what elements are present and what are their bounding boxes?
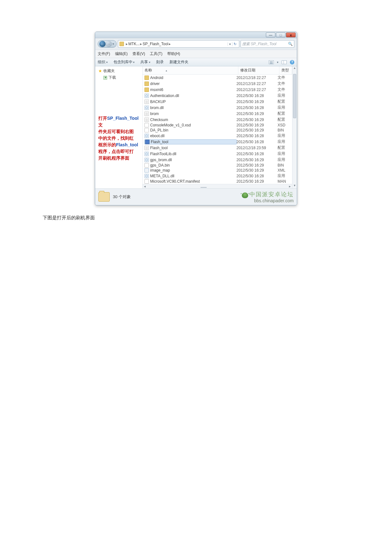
file-icon (144, 163, 149, 167)
file-type: 应用 (278, 105, 290, 110)
file-type: 文件 (278, 75, 290, 80)
file-name: Flash_tool (150, 146, 168, 150)
file-row[interactable]: Checksum2012/5/30 16:29配置 (143, 117, 292, 123)
scroll-down-arrow[interactable]: ▼ (292, 184, 297, 188)
file-row[interactable]: DA_PL.bin2012/5/30 16:29BIN (143, 128, 292, 133)
file-name: gps_brom.dll (150, 158, 172, 162)
downloads-item[interactable]: 下载 (103, 75, 142, 80)
star-icon: ★ (98, 69, 102, 73)
file-date: 2012/5/30 16:28 (236, 152, 278, 156)
file-row[interactable]: brom2012/5/30 16:29配置 (143, 111, 292, 117)
downloads-label: 下载 (108, 75, 116, 80)
h-scroll-thumb[interactable] (200, 187, 207, 188)
file-row[interactable]: Flash_tool2012/5/30 16:28应用 (143, 139, 292, 145)
file-name: META_DLL.dll (150, 174, 174, 178)
col-name[interactable]: 名称 ▴ (143, 66, 238, 74)
file-date: 2012/5/30 16:28 (236, 174, 278, 178)
file-row[interactable]: brom.dll2012/5/30 16:28应用 (143, 105, 292, 111)
menu-bar: 文件(F) 编辑(E) 查看(V) 工具(T) 帮助(H) (95, 50, 297, 58)
file-icon (144, 168, 149, 173)
search-input[interactable]: 搜索 SP_Flash_Tool 🔍 (241, 40, 294, 48)
view-mode-dropdown[interactable]: ▾ (277, 61, 279, 64)
file-row[interactable]: META_DLL.dll2012/5/30 16:28应用 (143, 173, 292, 179)
v-scroll-thumb[interactable] (293, 74, 296, 118)
close-button[interactable]: x (286, 33, 296, 37)
status-bar: 30 个对象 中国派安卓论坛 bbs.chinapader.com (95, 188, 297, 205)
file-type: XSD (278, 123, 290, 127)
file-icon (144, 106, 149, 110)
file-icon (144, 112, 149, 116)
file-row[interactable]: Authentication.dll2012/5/30 16:28应用 (143, 93, 292, 99)
menu-help[interactable]: 帮助(H) (167, 52, 180, 56)
col-type[interactable]: 类型 (279, 66, 292, 74)
file-date: 2012/5/30 16:28 (236, 140, 278, 144)
v-scroll-track[interactable] (292, 71, 297, 184)
preview-pane-button[interactable] (282, 60, 287, 64)
nav-buttons: ← → ▾ (98, 40, 117, 48)
breadcrumb-sep: ▸ (140, 42, 142, 46)
file-row[interactable]: ConsoleMode_v1_0.xsd2012/5/30 16:29XSD (143, 123, 292, 128)
address-dropdown[interactable]: ▾ (228, 42, 232, 46)
file-date: 2012/5/30 16:28 (236, 134, 278, 138)
file-name: Flash_tool (151, 140, 168, 144)
back-button[interactable]: ← (99, 41, 106, 47)
help-icon[interactable]: ? (290, 60, 294, 64)
maximize-button[interactable]: □ (276, 33, 285, 37)
file-icon (144, 94, 149, 98)
file-date: 2012/5/30 16:29 (236, 163, 278, 167)
forward-button[interactable]: → (106, 41, 112, 47)
file-date: 2012/5/30 16:29 (236, 128, 278, 132)
breadcrumb-seg-2[interactable]: SP_Flash_Tool (143, 42, 168, 46)
menu-edit[interactable]: 编辑(E) (115, 52, 128, 56)
file-row[interactable]: Android2012/12/18 22:27文件 (143, 75, 292, 81)
file-icon (145, 140, 150, 144)
file-date: 2012/12/18 23:59 (236, 146, 278, 150)
search-icon[interactable]: 🔍 (288, 42, 293, 46)
file-row[interactable]: eboot.dll2012/5/30 16:28应用 (143, 133, 292, 139)
include-in-library-button[interactable]: 包含到库中 (113, 59, 135, 65)
scroll-right-arrow[interactable]: ► (288, 185, 292, 188)
file-icon (144, 152, 149, 156)
file-name: Microsoft.VC90.CRT.manifest (150, 179, 200, 184)
menu-view[interactable]: 查看(V) (132, 52, 145, 56)
burn-button[interactable]: 刻录 (156, 59, 164, 65)
h-scrollbar[interactable]: ◄ ► (143, 184, 292, 188)
file-rows: Android2012/12/18 22:27文件driver2012/12/1… (143, 75, 292, 184)
file-icon (144, 128, 149, 132)
file-row[interactable]: image_map2012/5/30 16:29XML (143, 168, 292, 173)
scroll-up-arrow[interactable]: ▲ (292, 66, 297, 71)
organize-button[interactable]: 组织 (98, 59, 108, 65)
file-row[interactable]: Microsoft.VC90.CRT.manifest2012/5/30 16:… (143, 179, 292, 184)
file-type: 配置 (278, 117, 290, 122)
menu-file[interactable]: 文件(F) (98, 52, 110, 56)
file-row[interactable]: gps_brom.dll2012/5/30 16:29应用 (143, 157, 292, 163)
address-bar[interactable]: ▸ MTK... ▸ SP_Flash_Tool ▸ ▾ ↻ (118, 40, 239, 48)
view-mode-button[interactable] (269, 60, 274, 64)
file-icon (144, 76, 149, 80)
file-row[interactable]: BACKUP2012/5/30 16:29配置 (143, 99, 292, 105)
file-row[interactable]: msxml62012/12/18 22:27文件 (143, 87, 292, 93)
nav-history-dropdown[interactable]: ▾ (112, 42, 115, 46)
file-icon (144, 134, 149, 138)
refresh-button[interactable]: ↻ (232, 42, 238, 46)
menu-tools[interactable]: 工具(T) (150, 52, 162, 56)
share-button[interactable]: 共享 (140, 59, 150, 65)
file-row[interactable]: driver2012/12/18 22:27文件 (143, 81, 292, 87)
android-icon (242, 192, 248, 198)
scroll-left-arrow[interactable]: ◄ (143, 185, 147, 188)
col-date[interactable]: 修改日期 (238, 66, 279, 74)
body: ★ 收藏夹 下载 打开SP_Flash_Tool文 件夹后可看到右图 中的文件，… (95, 66, 297, 188)
file-row[interactable]: FlashToolLib.dll2012/5/30 16:28应用 (143, 151, 292, 157)
file-name: Android (150, 76, 163, 80)
new-folder-button[interactable]: 新建文件夹 (169, 59, 188, 65)
favorites-header[interactable]: ★ 收藏夹 (98, 68, 142, 74)
v-scrollbar[interactable]: ▲ ▼ (292, 66, 297, 188)
file-icon (144, 88, 149, 92)
file-row[interactable]: Flash_tool2012/12/18 23:59配置 (143, 145, 292, 151)
instruction-annotation: 打开SP_Flash_Tool文 件夹后可看到右图 中的文件，找到红 框所示的F… (98, 115, 142, 161)
minimize-button[interactable]: — (266, 33, 275, 37)
breadcrumb-seg-1[interactable]: MTK... (128, 42, 139, 46)
file-row[interactable]: gps_DA.bin2012/5/30 16:29BIN (143, 163, 292, 168)
file-type: 应用 (278, 173, 290, 179)
file-date: 2012/5/30 16:29 (236, 168, 278, 173)
